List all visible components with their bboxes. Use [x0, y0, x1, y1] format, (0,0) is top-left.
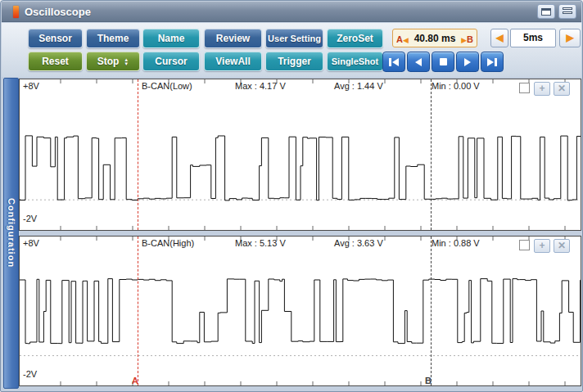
- min-readout: Min : 0.00 V: [432, 81, 480, 91]
- scale-top-label: +8V: [23, 81, 39, 91]
- configuration-tab[interactable]: Configuration: [3, 78, 19, 389]
- waveform-bcan-low: [20, 79, 581, 230]
- toolbar: Sensor Theme Name Review User Setting Ze…: [2, 23, 581, 77]
- cursor-b-line[interactable]: [431, 237, 432, 385]
- timebase-decrease-button[interactable]: ◀: [490, 29, 508, 47]
- timebase-increase-button[interactable]: ▶: [559, 29, 581, 47]
- channel-close-button[interactable]: ✕: [554, 82, 570, 96]
- cursor-a-arrow-icon: ◀: [403, 36, 409, 44]
- cursor-a-bottom-label: A: [132, 376, 138, 385]
- stop-icon: [440, 58, 447, 65]
- channel-zoom-button[interactable]: +: [534, 239, 550, 253]
- cursor-b-arrow-icon: ▶: [461, 36, 467, 44]
- skip-first-icon: [389, 58, 391, 66]
- reset-button[interactable]: Reset: [28, 52, 83, 71]
- name-button[interactable]: Name: [142, 29, 200, 48]
- title-bar: Oscilloscope: [2, 2, 581, 22]
- channel-close-button[interactable]: ✕: [554, 239, 570, 253]
- play-icon: [464, 58, 471, 66]
- cursor-a-line[interactable]: [138, 237, 138, 385]
- cursor-b-bottom-label: B: [425, 376, 432, 385]
- scale-bottom-label: -2V: [23, 369, 37, 379]
- cursor-b-label: B: [467, 34, 473, 44]
- avg-readout: Avg : 3.63 V: [334, 238, 383, 248]
- channel-pane-bcan-high[interactable]: +8V B-CAN(High) Max : 5.13 V Avg : 3.63 …: [19, 236, 581, 386]
- avg-readout: Avg : 1.44 V: [334, 81, 383, 91]
- max-readout: Max : 4.17 V: [235, 81, 286, 91]
- cursor-a-line[interactable]: [138, 79, 138, 230]
- media-stop-button[interactable]: [432, 52, 454, 72]
- skip-last-icon: [487, 58, 494, 66]
- app-logo-icon: [13, 6, 19, 18]
- cursor-b-line[interactable]: [431, 79, 432, 230]
- cursor-delta-readout[interactable]: A◀ 40.80 ms ▶B: [392, 29, 477, 47]
- window-shade-button[interactable]: [558, 4, 576, 19]
- oscilloscope-window: Oscilloscope Sensor Theme Name Review Us…: [0, 0, 583, 392]
- channel-select-checkbox[interactable]: [519, 83, 530, 93]
- cursor-button[interactable]: Cursor: [142, 52, 200, 71]
- sensor-button[interactable]: Sensor: [28, 29, 83, 48]
- trigger-button[interactable]: Trigger: [265, 52, 323, 71]
- window-shade-icon: [563, 7, 572, 16]
- review-button[interactable]: Review: [204, 29, 262, 48]
- configuration-tab-label: Configuration: [7, 198, 16, 268]
- media-step-back-button[interactable]: [407, 52, 430, 72]
- stop-dropdown-button[interactable]: Stop▲▼: [86, 52, 140, 71]
- channel-name: B-CAN(High): [142, 238, 194, 248]
- theme-button[interactable]: Theme: [86, 29, 140, 48]
- window-restore-icon: [541, 8, 551, 16]
- media-skip-first-button[interactable]: [382, 52, 405, 72]
- timebase-value: 5ms: [510, 29, 556, 47]
- window-title: Oscilloscope: [25, 6, 91, 18]
- spinner-updown-icon: ▲▼: [124, 58, 129, 66]
- waveform-bcan-high: [20, 237, 581, 385]
- scale-bottom-label: -2V: [23, 214, 37, 223]
- cursor-delta-value: 40.80 ms: [414, 33, 456, 44]
- channel-zoom-button[interactable]: +: [534, 82, 550, 96]
- max-readout: Max : 5.13 V: [235, 238, 286, 248]
- media-play-button[interactable]: [456, 52, 479, 72]
- channel-select-checkbox[interactable]: [519, 240, 530, 250]
- channel-name: B-CAN(Low): [142, 81, 192, 91]
- step-back-icon: [415, 58, 422, 66]
- user-setting-button[interactable]: User Setting: [265, 29, 323, 48]
- window-restore-button[interactable]: [537, 4, 555, 19]
- min-readout: Min : 0.88 V: [432, 238, 480, 248]
- channel-pane-bcan-low[interactable]: +8V B-CAN(Low) Max : 4.17 V Avg : 1.44 V…: [19, 79, 581, 231]
- media-skip-last-button[interactable]: [481, 52, 504, 72]
- viewall-button[interactable]: ViewAll: [204, 52, 262, 71]
- stop-label: Stop: [97, 56, 120, 67]
- scale-top-label: +8V: [23, 238, 39, 248]
- cursor-a-label: A: [396, 34, 403, 44]
- zeroset-button[interactable]: ZeroSet: [327, 29, 383, 48]
- singleshot-button[interactable]: SingleShot: [327, 52, 383, 71]
